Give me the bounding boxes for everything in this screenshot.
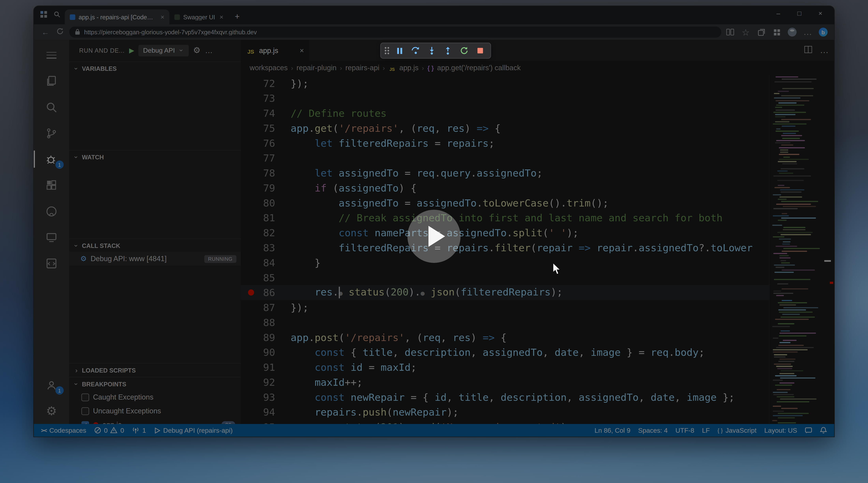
source-control-icon[interactable] [34,120,69,146]
overview-ruler[interactable] [822,75,834,424]
favorites-icon[interactable]: ☆ [741,28,750,36]
section-call-stack[interactable]: › CALL STACK [69,238,241,252]
tab-close-icon[interactable]: × [161,13,164,21]
start-debug-icon[interactable]: ▶ [129,46,134,54]
line-number-gutter[interactable]: 86 [241,285,291,300]
line-number-gutter[interactable]: 91 [241,360,291,375]
teams-icon[interactable] [34,224,69,250]
run-debug-icon[interactable]: 1 [34,146,69,172]
code-line-88[interactable]: 88 [241,315,834,330]
account-icon[interactable]: 1 [34,372,69,398]
line-number-gutter[interactable]: 82 [241,225,291,240]
editor-tab-appjs[interactable]: JS app.js × [241,40,310,61]
browser-tab-swagger[interactable]: Swagger UI × [169,9,228,25]
code-line-85[interactable]: 85 [241,270,834,285]
breakpoint-row[interactable]: Uncaught Exceptions [69,404,241,418]
line-number-gutter[interactable]: 84 [241,255,291,270]
checkbox[interactable] [81,407,89,415]
line-number-gutter[interactable]: 94 [241,405,291,419]
encoding[interactable]: UTF-8 [672,424,698,437]
breadcrumb-item[interactable]: repairs-api [345,64,379,72]
code-line-87[interactable]: 87}); [241,300,834,315]
step-into-icon[interactable] [425,44,438,57]
tab-close-icon[interactable]: × [220,13,223,21]
tab-search-icon[interactable] [53,10,62,19]
problems-indicator[interactable]: 0 0 [90,424,128,437]
debug-session-indicator[interactable]: Debug API (repairs-api) [150,424,237,437]
restart-icon[interactable] [457,44,470,57]
code-line-76[interactable]: 76 let filteredRepairs = repairs; [241,135,834,151]
line-number-gutter[interactable]: 79 [241,181,291,195]
github-icon[interactable] [34,198,69,224]
line-number-gutter[interactable]: 76 [241,135,291,151]
line-number-gutter[interactable]: 80 [241,195,291,211]
code-line-73[interactable]: 73 [241,91,834,106]
code-line-78[interactable]: 78 let assignedTo = req.query.assignedTo… [241,165,834,181]
line-number-gutter[interactable]: 74 [241,106,291,121]
notifications-bell-icon[interactable] [816,424,831,437]
code-line-83[interactable]: 83 filteredRepairs = repairs.filter(repa… [241,240,834,255]
line-number-gutter[interactable]: 90 [241,345,291,360]
code-line-95[interactable]: 95 res.status(201).send('New repair crea… [241,419,834,424]
line-number-gutter[interactable]: 93 [241,390,291,405]
breakpoint-row[interactable]: ✓app.js86 [69,418,241,424]
line-number-gutter[interactable]: 73 [241,91,291,106]
line-number-gutter[interactable]: 78 [241,165,291,181]
code-line-92[interactable]: 92 maxId++; [241,375,834,390]
refresh-icon[interactable] [55,28,65,36]
language-mode[interactable]: { } JavaScript [714,424,760,437]
code-line-75[interactable]: 75app.get('/repairs', (req, res) => { [241,121,834,136]
ports-indicator[interactable]: 1 [128,424,150,437]
code-line-94[interactable]: 94 repairs.push(newRepair); [241,405,834,419]
split-screen-icon[interactable] [726,28,735,36]
call-stack-session[interactable]: ⚙ Debug API: www [4841] RUNNING [69,252,241,266]
eol[interactable]: LF [698,424,714,437]
line-number-gutter[interactable]: 88 [241,315,291,330]
code-editor[interactable]: 72});7374// Define routes75app.get('/rep… [241,75,834,424]
extensions-icon[interactable] [34,172,69,198]
checkbox[interactable] [81,393,89,401]
back-icon[interactable]: ← [40,28,51,36]
breadcrumb-item[interactable]: app.get('/repairs') callback [437,64,521,72]
drag-handle[interactable] [385,47,389,54]
code-line-77[interactable]: 77 [241,151,834,165]
step-out-icon[interactable] [441,44,454,57]
section-breakpoints[interactable]: › BREAKPOINTS [69,377,241,390]
stop-icon[interactable] [473,44,487,57]
line-number-gutter[interactable]: 77 [241,151,291,165]
minimap[interactable] [769,75,822,424]
line-number-gutter[interactable]: 95 [241,419,291,424]
code-line-91[interactable]: 91 const id = maxId; [241,360,834,375]
feedback-icon[interactable] [801,424,816,437]
section-variables[interactable]: › VARIABLES [69,61,241,74]
code-line-81[interactable]: 81 // Break assignedTo into first and la… [241,210,834,225]
code-line-80[interactable]: 80 assignedTo = assignedTo.toLowerCase()… [241,195,834,211]
code-line-86[interactable]: 86 res.● status(200).● json(filteredRepa… [241,285,834,300]
line-number-gutter[interactable]: 87 [241,300,291,315]
explorer-icon[interactable] [34,68,69,94]
line-number-gutter[interactable]: 81 [241,210,291,225]
breakpoint-row[interactable]: Caught Exceptions [69,390,241,404]
pause-icon[interactable] [393,44,406,57]
step-over-icon[interactable] [409,44,422,57]
code-line-90[interactable]: 90 const { title, description, assignedT… [241,345,834,360]
line-number-gutter[interactable]: 83 [241,240,291,255]
section-loaded-scripts[interactable]: › LOADED SCRIPTS [69,363,241,376]
code-line-74[interactable]: 74// Define routes [241,106,834,121]
breadcrumb-item[interactable]: repair-plugin [297,64,337,72]
settings-gear-icon[interactable]: ⚙ [34,398,69,424]
code-line-93[interactable]: 93 const newRepair = { id, title, descri… [241,390,834,405]
video-play-button[interactable] [407,210,460,263]
cursor-position[interactable]: Ln 86, Col 9 [591,424,634,437]
code-line-79[interactable]: 79 if (assignedTo) { [241,181,834,195]
more-menu-icon[interactable]: … [803,28,812,36]
debug-settings-gear-icon[interactable]: ⚙ [193,45,200,56]
code-line-72[interactable]: 72}); [241,76,834,91]
search-icon[interactable] [34,94,69,120]
menu-icon[interactable] [34,42,69,68]
breadcrumb-item[interactable]: workspaces [250,64,288,72]
address-bar[interactable]: https://pierceboggan-glorious-yodel-7vp5… [69,27,721,38]
line-number-gutter[interactable]: 75 [241,121,291,136]
line-number-gutter[interactable]: 92 [241,375,291,390]
code-line-84[interactable]: 84 } [241,255,834,270]
